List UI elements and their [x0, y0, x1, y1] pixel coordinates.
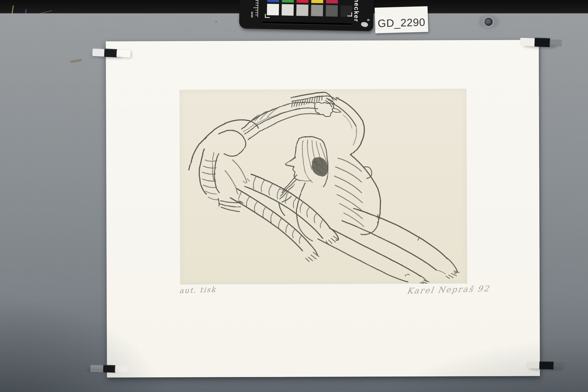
paper-clip-top-right	[520, 37, 560, 49]
color-patch	[296, 4, 308, 16]
corner-bracket	[347, 12, 352, 16]
clip-wing	[115, 366, 127, 373]
card-slot	[263, 22, 352, 26]
color-patch	[326, 5, 338, 17]
clip-wing	[90, 365, 105, 372]
artwork-print	[179, 89, 467, 285]
paper-clip-bottom-right	[526, 360, 566, 371]
artist-signature: Karel Nepraš 92	[407, 284, 491, 296]
corner-bracket	[265, 14, 270, 18]
color-patch	[326, 0, 338, 3]
figure-drawing	[179, 89, 467, 285]
clip-core	[103, 365, 116, 373]
checker-ruler	[253, 0, 259, 17]
color-patch	[311, 5, 323, 16]
clip-wing	[92, 49, 106, 57]
color-patch	[267, 0, 279, 2]
rust-smudge	[70, 59, 82, 63]
photo-stage: aut. tisk Karel Nepraš 92 mm checker GD_…	[0, 0, 588, 392]
color-patch	[282, 0, 294, 3]
clip-wing	[117, 50, 131, 57]
paint-speck	[215, 21, 217, 22]
checker-label: checker	[352, 0, 361, 32]
clip-wing	[526, 362, 540, 369]
color-patch	[296, 0, 309, 3]
color-patch	[281, 4, 294, 16]
inventory-label-sticker: GD_2290	[375, 6, 428, 33]
paper-clip-bottom-left	[90, 363, 130, 375]
clip-wing	[553, 362, 564, 369]
color-patch	[311, 0, 323, 3]
paper-sheet: aut. tisk Karel Nepraš 92	[106, 40, 540, 378]
ruler-mm-label: mm	[250, 7, 254, 18]
clip-core	[539, 361, 554, 370]
paint-scuff	[367, 19, 370, 21]
inventory-label-text: GD_2290	[378, 16, 425, 30]
drill-hole	[485, 18, 493, 26]
pencil-inscription: aut. tisk	[179, 285, 216, 295]
clip-wing	[520, 38, 536, 46]
clip-core	[534, 37, 550, 47]
clip-wing	[550, 39, 562, 47]
clip-core	[104, 49, 117, 57]
colorchecker-card: mm checker	[239, 0, 374, 31]
paper-clip-top-left	[92, 48, 133, 60]
paint-scuff	[360, 21, 368, 28]
